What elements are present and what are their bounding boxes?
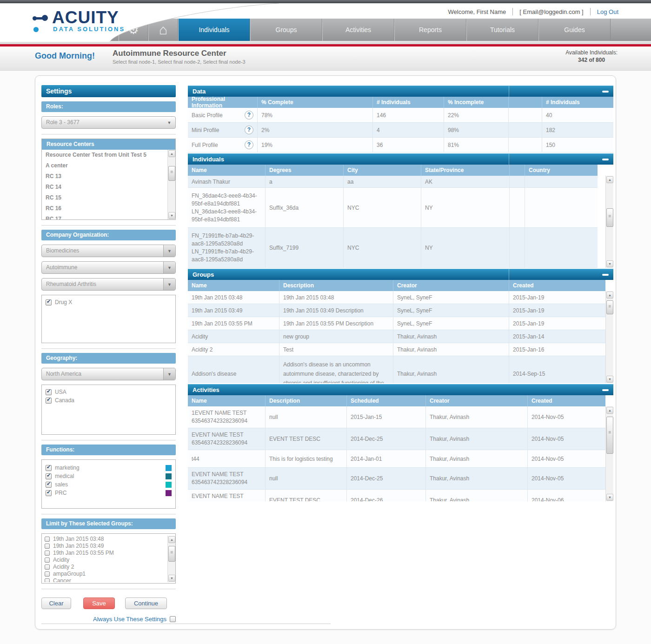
checkbox[interactable] <box>46 482 52 488</box>
scroll-up-icon[interactable] <box>168 150 175 157</box>
drug-checkbox-row[interactable]: Drug X <box>42 298 175 306</box>
scrollbar[interactable] <box>605 291 613 383</box>
checkbox[interactable] <box>45 537 50 542</box>
scroll-up-icon[interactable] <box>606 176 613 183</box>
column-header[interactable]: Creator <box>426 395 528 406</box>
group-checkbox-row[interactable]: 19th Jan 2015 03:49 <box>42 543 167 550</box>
country-checkbox-row[interactable]: USA <box>42 388 175 396</box>
scroll-thumb[interactable] <box>168 546 175 562</box>
list-item[interactable]: RC 14 <box>42 182 167 193</box>
scroll-down-icon[interactable] <box>606 376 613 383</box>
checkbox[interactable] <box>46 465 52 471</box>
scrollbar[interactable] <box>167 536 175 582</box>
scroll-thumb[interactable] <box>168 166 175 181</box>
scroll-thumb[interactable] <box>606 208 613 227</box>
function-checkbox-row[interactable]: medical <box>42 472 175 480</box>
clear-button[interactable]: Clear <box>41 598 71 609</box>
continue-button[interactable]: Continue <box>125 598 167 609</box>
scroll-thumb[interactable] <box>606 300 613 314</box>
column-header[interactable]: Name <box>188 280 279 291</box>
list-item[interactable]: A center <box>42 160 167 171</box>
table-cell: 2% <box>258 123 373 138</box>
group-checkbox-row[interactable]: Acidity 2 <box>42 564 167 571</box>
therapy-area-dropdown[interactable]: Autoimmune <box>41 261 176 274</box>
column-header[interactable]: % Incomplete <box>444 97 509 108</box>
scroll-down-icon[interactable] <box>606 494 613 501</box>
checkbox[interactable] <box>45 564 50 570</box>
nav-tab-guides[interactable]: Guides <box>538 19 611 41</box>
help-icon[interactable]: ? <box>245 111 253 120</box>
scroll-up-icon[interactable] <box>606 292 613 299</box>
column-header[interactable]: # Individuals <box>542 97 613 108</box>
scroll-down-icon[interactable] <box>606 260 613 267</box>
checkbox[interactable] <box>45 544 50 549</box>
checkbox[interactable] <box>46 299 52 305</box>
group-checkbox-row[interactable]: 19th Jan 2015 03:55 PM <box>42 550 167 557</box>
column-header[interactable]: State/Province <box>421 165 510 176</box>
always-use-settings-checkbox[interactable] <box>170 616 176 622</box>
group-checkbox-row[interactable]: 19th Jan 2015 03:48 <box>42 536 167 543</box>
column-header[interactable]: Name <box>188 395 266 406</box>
region-dropdown[interactable]: North America <box>41 368 176 380</box>
role-dropdown[interactable]: Role 3 - 3677 <box>41 116 176 129</box>
checkbox[interactable] <box>46 473 52 479</box>
indication-dropdown[interactable]: Rheumatoid Arthritis <box>41 278 176 291</box>
group-checkbox-row[interactable]: Acidity <box>42 557 167 564</box>
scroll-up-icon[interactable] <box>168 536 175 543</box>
list-item[interactable]: RC 13 <box>42 171 167 182</box>
scroll-down-icon[interactable] <box>168 575 175 582</box>
column-header[interactable]: Degrees <box>266 165 344 176</box>
nav-tab-activities[interactable]: Activities <box>322 19 394 41</box>
nav-tab-reports[interactable]: Reports <box>394 19 466 41</box>
collapse-minus-icon[interactable] <box>602 159 609 160</box>
list-item[interactable]: RC 17 <box>42 214 167 219</box>
scroll-thumb[interactable] <box>606 417 613 454</box>
breadcrumb: Select final node-1, Select final node-2… <box>113 59 246 65</box>
function-checkbox-row[interactable]: PRC <box>42 489 175 497</box>
checkbox[interactable] <box>45 551 50 556</box>
checkbox[interactable] <box>46 490 52 496</box>
list-item[interactable]: Resource Center Test from Unit Test 5 <box>42 150 167 160</box>
collapse-minus-icon[interactable] <box>602 389 609 391</box>
checkbox[interactable] <box>45 578 50 582</box>
country-checkbox-row[interactable]: Canada <box>42 396 175 405</box>
list-item[interactable]: RC 15 <box>42 193 167 203</box>
collapse-minus-icon[interactable] <box>602 274 609 276</box>
function-checkbox-row[interactable]: sales <box>42 480 175 489</box>
scrollbar[interactable] <box>605 176 613 268</box>
checkbox[interactable] <box>45 558 50 563</box>
nav-tab-tutorials[interactable]: Tutorials <box>466 19 538 41</box>
column-header[interactable]: # Individuals <box>373 97 444 108</box>
logo[interactable]: ACUITY DATA SOLUTIONS <box>33 10 125 33</box>
column-header[interactable]: Country <box>525 165 598 176</box>
group-checkbox-row[interactable]: Cancer <box>42 578 167 582</box>
list-item[interactable]: RC 16 <box>42 203 167 214</box>
help-icon[interactable]: ? <box>245 140 253 149</box>
column-header[interactable]: Created <box>509 280 605 291</box>
scrollbar[interactable] <box>167 150 175 219</box>
column-header[interactable]: City <box>344 165 421 176</box>
column-header[interactable]: Description <box>279 280 393 291</box>
column-header[interactable]: Description <box>266 395 347 406</box>
scrollbar[interactable] <box>605 406 613 501</box>
column-header[interactable]: Created <box>528 395 605 406</box>
logout-link[interactable]: Log Out <box>597 8 618 15</box>
company-dropdown[interactable]: Biomedicines <box>41 245 176 257</box>
group-checkbox-row[interactable]: ampaGroup1 <box>42 571 167 578</box>
column-header[interactable]: Creator <box>393 280 509 291</box>
scroll-down-icon[interactable] <box>168 212 175 219</box>
checkbox[interactable] <box>46 398 52 404</box>
page-title: Autoimmune Resource Center <box>113 49 246 58</box>
column-header[interactable]: Professional Information <box>188 97 258 108</box>
column-header[interactable]: Name <box>188 165 266 176</box>
collapse-minus-icon[interactable] <box>602 91 609 93</box>
column-header[interactable]: Scheduled <box>347 395 426 406</box>
column-header[interactable]: % Complete <box>258 97 373 108</box>
checkbox[interactable] <box>46 389 52 395</box>
checkbox[interactable] <box>45 571 50 577</box>
save-button[interactable]: Save <box>83 598 115 609</box>
table-cell: Suffix_7199 <box>266 228 344 268</box>
function-checkbox-row[interactable]: marketing <box>42 464 175 472</box>
help-icon[interactable]: ? <box>245 126 253 134</box>
scroll-up-icon[interactable] <box>606 407 613 414</box>
